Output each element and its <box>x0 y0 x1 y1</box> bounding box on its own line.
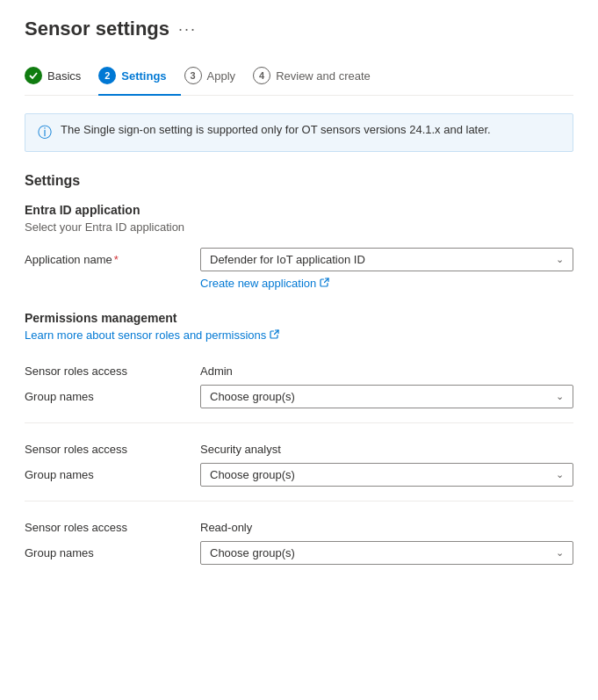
readonly-group-dropdown[interactable]: Choose group(s) ⌄ <box>200 541 573 565</box>
security-group-row: Group names Choose group(s) ⌄ <box>25 463 573 487</box>
readonly-group-control: Choose group(s) ⌄ <box>200 541 573 565</box>
entra-id-description: Select your Entra ID application <box>25 220 573 234</box>
page-title: Sensor settings <box>25 18 169 40</box>
readonly-group-label: Group names <box>25 541 200 559</box>
step-basics-label: Basics <box>47 69 81 83</box>
step-settings[interactable]: 2 Settings <box>98 58 180 95</box>
application-name-label: Application name* <box>25 248 200 266</box>
admin-roles-label: Sensor roles access <box>25 359 200 378</box>
security-group-label: Group names <box>25 463 200 481</box>
more-options-button[interactable]: ··· <box>178 20 197 39</box>
admin-roles-row: Sensor roles access Admin <box>25 359 573 378</box>
create-new-application-link[interactable]: Create new application <box>200 277 573 290</box>
divider-1 <box>25 422 573 423</box>
step-apply-circle: 3 <box>184 67 202 84</box>
admin-group-control: Choose group(s) ⌄ <box>200 385 573 408</box>
security-roles-label: Sensor roles access <box>25 437 200 456</box>
step-review-circle: 4 <box>253 67 270 84</box>
admin-group-label: Group names <box>25 385 200 403</box>
info-icon: ⓘ <box>38 124 52 142</box>
permissions-section: Permissions management Learn more about … <box>25 311 573 565</box>
permission-group-readonly: Sensor roles access Read-only Group name… <box>25 516 573 565</box>
application-name-control: Defender for IoT application ID ⌄ Create… <box>200 248 573 290</box>
step-apply-label: Apply <box>207 69 236 83</box>
admin-role-value: Admin <box>200 359 233 378</box>
info-banner-text: The Single sign-on setting is supported … <box>61 123 491 136</box>
learn-more-link[interactable]: Learn more about sensor roles and permis… <box>25 328 573 342</box>
divider-2 <box>25 501 573 502</box>
permissions-title: Permissions management <box>25 311 573 325</box>
readonly-chevron-icon: ⌄ <box>556 547 564 559</box>
readonly-group-row: Group names Choose group(s) ⌄ <box>25 541 573 565</box>
page-header: Sensor settings ··· <box>25 18 573 40</box>
readonly-role-value: Read-only <box>200 516 252 534</box>
admin-group-dropdown[interactable]: Choose group(s) ⌄ <box>200 385 573 408</box>
step-apply[interactable]: 3 Apply <box>184 58 250 95</box>
checkmark-icon <box>28 70 39 81</box>
admin-group-placeholder: Choose group(s) <box>210 390 295 403</box>
admin-group-row: Group names Choose group(s) ⌄ <box>25 385 573 408</box>
external-link-icon <box>320 278 329 289</box>
chevron-down-icon: ⌄ <box>556 254 564 265</box>
permission-group-security: Sensor roles access Security analyst Gro… <box>25 437 573 487</box>
readonly-roles-row: Sensor roles access Read-only <box>25 516 573 534</box>
application-name-value: Defender for IoT application ID <box>210 253 365 266</box>
settings-section-title: Settings <box>25 173 573 189</box>
security-chevron-icon: ⌄ <box>556 469 564 480</box>
entra-id-title: Entra ID application <box>25 203 573 217</box>
step-review-label: Review and create <box>276 69 371 83</box>
security-role-value: Security analyst <box>200 437 281 456</box>
info-banner: ⓘ The Single sign-on setting is supporte… <box>25 113 573 152</box>
security-group-dropdown[interactable]: Choose group(s) ⌄ <box>200 463 573 487</box>
step-settings-label: Settings <box>121 69 166 83</box>
learn-more-external-icon <box>270 329 279 341</box>
security-roles-row: Sensor roles access Security analyst <box>25 437 573 456</box>
permission-group-admin: Sensor roles access Admin Group names Ch… <box>25 359 573 408</box>
admin-chevron-icon: ⌄ <box>556 391 564 402</box>
step-basics-circle <box>25 67 42 84</box>
required-star: * <box>114 253 119 266</box>
application-name-dropdown[interactable]: Defender for IoT application ID ⌄ <box>200 248 573 271</box>
step-basics[interactable]: Basics <box>25 58 95 95</box>
application-name-row: Application name* Defender for IoT appli… <box>25 248 573 290</box>
step-review[interactable]: 4 Review and create <box>253 58 385 95</box>
entra-id-section: Entra ID application Select your Entra I… <box>25 203 573 290</box>
security-group-control: Choose group(s) ⌄ <box>200 463 573 487</box>
step-settings-circle: 2 <box>98 67 116 84</box>
wizard-steps: Basics 2 Settings 3 Apply 4 Review and c… <box>25 58 573 96</box>
security-group-placeholder: Choose group(s) <box>210 468 295 481</box>
readonly-roles-label: Sensor roles access <box>25 516 200 534</box>
readonly-group-placeholder: Choose group(s) <box>210 546 295 559</box>
